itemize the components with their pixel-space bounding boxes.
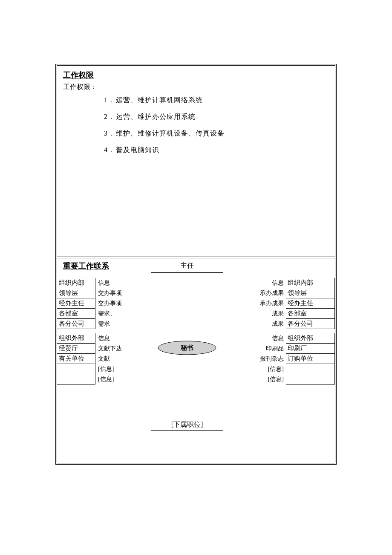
info-label: 文献 xyxy=(97,354,148,364)
entity-cell xyxy=(286,364,335,374)
supervisor-box: 主任 xyxy=(151,258,223,273)
entity-cell: 有关单位 xyxy=(57,354,95,364)
permissions-list: 1．运营、维护计算机网络系统 2．运营、维护办公应用系统 3．维护、维修计算机设… xyxy=(63,96,329,155)
info-label: 信息 xyxy=(233,278,285,288)
entity-cell: 经办主任 xyxy=(57,298,95,309)
arrow-right-icon xyxy=(217,345,225,346)
info-label: 信息 xyxy=(97,333,148,344)
subordinate-box: [下属职位] xyxy=(151,418,223,431)
document-frame: 工作权限 工作权限： 1．运营、维护计算机网络系统 2．运营、维护办公应用系统 … xyxy=(55,64,337,465)
group-gap xyxy=(286,329,335,333)
info-label: 承办成果 xyxy=(233,288,285,298)
entity-cell: 各分公司 xyxy=(286,319,335,329)
center-role-node: 秘书 xyxy=(157,340,217,356)
info-label: 报刊杂志 xyxy=(233,354,285,364)
page: 工作权限 工作权限： 1．运营、维护计算机网络系统 2．运营、维护办公应用系统 … xyxy=(0,0,392,555)
info-label: [信息] xyxy=(97,374,148,384)
entity-cell: 领导层 xyxy=(57,288,95,298)
group-gap xyxy=(97,329,148,333)
section-contacts: 重要工作联系 主任 [下属职位] 组织内部 领导层 经办主任 各部室 各分公司 … xyxy=(57,258,335,463)
list-item: 1．运营、维护计算机网络系统 xyxy=(104,96,329,105)
list-item: 3．维护、维修计算机设备、传真设备 xyxy=(104,129,329,138)
info-label: 文献下达 xyxy=(97,344,148,354)
left-entity-column: 组织内部 领导层 经办主任 各部室 各分公司 组织外部 经贸厅 有关单位 xyxy=(57,278,95,384)
entity-cell: 组织内部 xyxy=(57,278,95,288)
entity-cell: 订购单位 xyxy=(286,354,335,364)
ellipse-icon: 秘书 xyxy=(157,340,217,356)
entity-cell: 印刷厂 xyxy=(286,344,335,354)
entity-cell: 组织外部 xyxy=(57,333,95,344)
info-label: 成果 xyxy=(233,309,285,319)
list-item: 2．运营、维护办公应用系统 xyxy=(104,113,329,121)
info-label: [信息] xyxy=(233,374,285,384)
group-gap xyxy=(233,329,285,333)
info-label: [信息] xyxy=(233,364,285,374)
entity-cell: 各部室 xyxy=(57,309,95,319)
info-label: 成果 xyxy=(233,319,285,329)
right-info-column: 信息 承办成果 承办成果 成果 成果 信息 印刷品 报刊杂志 [信息] [信息] xyxy=(233,278,285,384)
entity-cell: 组织外部 xyxy=(286,333,335,344)
right-entity-column: 组织内部 领导层 经办主任 各部室 各分公司 组织外部 印刷厂 订购单位 xyxy=(286,278,335,384)
entity-cell xyxy=(57,364,95,374)
section2-title: 重要工作联系 xyxy=(63,261,109,271)
entity-cell: 组织内部 xyxy=(286,278,335,288)
section1-label: 工作权限： xyxy=(63,83,329,92)
info-label: 信息 xyxy=(233,333,285,344)
center-role-label: 秘书 xyxy=(180,344,193,351)
list-item: 4．普及电脑知识 xyxy=(104,146,329,155)
info-label: [信息] xyxy=(97,364,148,374)
info-label: 交办事项 xyxy=(97,288,148,298)
left-info-column: 信息 交办事项 交办事项 需求、 需求 信息 文献下达 文献 [信息] [信息] xyxy=(97,278,148,384)
info-label: 信息 xyxy=(97,278,148,288)
section1-title: 工作权限 xyxy=(63,70,329,80)
entity-cell: 各分公司 xyxy=(57,319,95,329)
entity-cell: 经办主任 xyxy=(286,298,335,309)
group-gap xyxy=(57,329,95,333)
entity-cell: 各部室 xyxy=(286,309,335,319)
info-label: 需求 xyxy=(97,319,148,329)
entity-cell xyxy=(286,374,335,384)
entity-cell xyxy=(57,374,95,384)
section-permissions: 工作权限 工作权限： 1．运营、维护计算机网络系统 2．运营、维护办公应用系统 … xyxy=(57,66,335,155)
info-label: 承办成果 xyxy=(233,298,285,309)
info-label: 需求、 xyxy=(97,309,148,319)
entity-cell: 领导层 xyxy=(286,288,335,298)
arrow-left-icon xyxy=(150,345,157,346)
info-label: 交办事项 xyxy=(97,298,148,309)
info-label: 印刷品 xyxy=(233,344,285,354)
entity-cell: 经贸厅 xyxy=(57,344,95,354)
